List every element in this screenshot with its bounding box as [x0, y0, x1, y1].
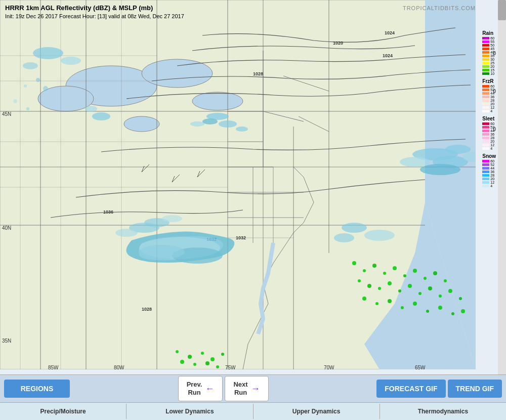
lat-label-40n: 40N	[2, 225, 11, 231]
tab-lower-dynamics[interactable]: Lower Dynamics	[126, 404, 253, 419]
lon-label-85w: 85W	[48, 365, 59, 370]
map-background	[0, 0, 476, 369]
scroll-thumb[interactable]	[498, 0, 506, 20]
tab-thermodynamics[interactable]: Thermodynamics	[380, 404, 506, 419]
lat-label-35n: 35N	[2, 338, 11, 344]
branding: TROPICALTIDBITS.COM	[403, 5, 476, 11]
lon-label-70w: 70W	[324, 365, 334, 370]
bottom-tabs: Precip/Moisture Lower Dynamics Upper Dyn…	[0, 402, 506, 420]
regions-button[interactable]: REGIONS	[4, 380, 70, 398]
trend-gif-button[interactable]: TREND GIF	[448, 380, 502, 398]
tab-precip-moisture[interactable]: Precip/Moisture	[0, 404, 126, 419]
map-title: HRRR 1km AGL Reflectivity (dBZ) & MSLP (…	[5, 4, 153, 12]
next-run-button[interactable]: NextRun →	[225, 376, 268, 401]
prev-run-button[interactable]: Prev.Run ←	[178, 376, 223, 401]
map-subtitle: Init: 19z Dec 26 2017 Forecast Hour: [13…	[5, 13, 184, 19]
lon-label-65w: 65W	[415, 365, 426, 370]
lon-label-80w: 80W	[114, 365, 124, 370]
legend: Rain 60 55 50 45 40 35 30 25 20 15 10	[482, 30, 496, 188]
scrollbar[interactable]	[498, 0, 506, 374]
main-container: HRRR 1km AGL Reflectivity (dBZ) & MSLP (…	[0, 0, 506, 420]
next-arrow-icon: →	[251, 384, 260, 394]
next-run-label: NextRun	[233, 381, 247, 396]
tab-upper-dynamics[interactable]: Upper Dynamics	[254, 404, 380, 419]
lat-label-45n: 45N	[2, 111, 11, 117]
lon-label-75w: 75W	[225, 365, 236, 370]
forecast-gif-button[interactable]: FORECAST GIF	[376, 380, 445, 398]
bottom-toolbar: REGIONS Prev.Run ← NextRun → FORECAST GI…	[0, 374, 506, 402]
prev-arrow-icon: ←	[205, 384, 214, 394]
nav-group: Prev.Run ← NextRun →	[178, 376, 269, 401]
map-area: HRRR 1km AGL Reflectivity (dBZ) & MSLP (…	[0, 0, 506, 374]
prev-run-label: Prev.Run	[187, 381, 202, 396]
